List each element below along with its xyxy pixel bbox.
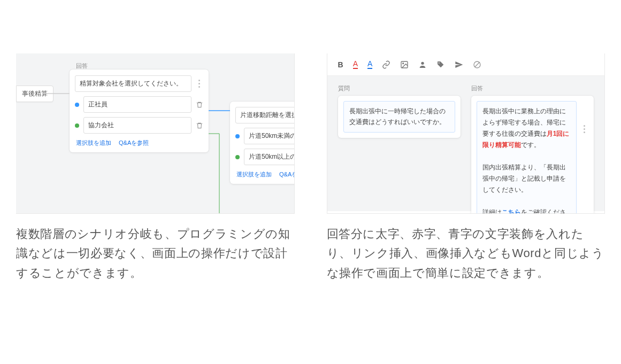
question-text[interactable]: 長期出張中に一時帰宅した場合の交通費はどうすればいいですか。 <box>343 101 455 133</box>
answer-panel: 長期出張中に業務上の理由によらず帰宅する場合、帰宅に要する往復の交通費は月1回に… <box>471 96 594 214</box>
tag-node: 事後精算 <box>16 86 53 102</box>
option-input[interactable]: 協力会社 <box>83 117 191 134</box>
answer-line3a: 詳細は <box>482 208 502 214</box>
right-caption: 回答分に太字、赤字、青字の文字装飾を入れたり、リンク挿入、画像挿入などもWord… <box>327 224 605 283</box>
trash-icon[interactable] <box>196 122 203 129</box>
more-icon[interactable] <box>580 122 588 135</box>
qa-ref-link[interactable]: Q&Aを参照 <box>119 139 149 147</box>
link-icon[interactable] <box>382 60 390 69</box>
option-row: 片道50km以上の移動 <box>235 149 295 165</box>
svg-line-7 <box>475 62 480 67</box>
svg-point-4 <box>421 61 424 64</box>
option-input[interactable]: 正社員 <box>83 96 191 113</box>
tag-label: 事後精算 <box>22 90 48 97</box>
trash-icon[interactable] <box>196 101 203 109</box>
option-row: 協力会社 <box>75 117 203 134</box>
person-icon[interactable] <box>418 60 427 69</box>
red-text-button[interactable]: A <box>353 60 358 69</box>
tag-icon[interactable] <box>436 60 445 69</box>
prompt-input[interactable]: 片道移動距離を選択してくださ <box>235 107 295 123</box>
qa-ref-link[interactable]: Q&Aを参照 <box>279 171 295 179</box>
send-icon[interactable] <box>455 60 463 69</box>
option-dot-green <box>75 123 79 128</box>
option-input[interactable]: 片道50km以上の移動 <box>244 149 295 165</box>
option-row: 片道50km未満の移動 <box>235 128 295 144</box>
question-panel-title: 質問 <box>338 84 461 92</box>
answer-text[interactable]: 長期出張中に業務上の理由によらず帰宅する場合、帰宅に要する往復の交通費は月1回に… <box>477 101 577 214</box>
flow-editor-screenshot: 事後精算 回答 精算対象会社を選択してください。 正社員 協力会社 <box>16 53 295 214</box>
image-icon[interactable] <box>400 60 409 69</box>
blue-text-button[interactable]: A <box>367 60 372 69</box>
left-caption: 複数階層のシナリオ分岐も、プログラミングの知識などは一切必要なく、画面上の操作だ… <box>16 224 295 283</box>
node-title: 回答 <box>75 62 203 70</box>
connector-green <box>209 128 230 214</box>
block-icon[interactable] <box>473 60 481 69</box>
option-dot-green <box>235 155 240 159</box>
connector-blue <box>209 108 230 113</box>
editor-toolbar: B A A <box>327 53 605 76</box>
add-option-link[interactable]: 選択肢を追加 <box>76 139 111 147</box>
answer-post1: です。 <box>521 141 540 149</box>
answer-line2: 国内出張精算より、「長期出張中の帰宅」と記載し申請をしてください。 <box>482 164 566 193</box>
answer-panel-title: 回答 <box>471 84 594 92</box>
bold-button[interactable]: B <box>338 60 343 69</box>
flow-node-employee-type: 回答 精算対象会社を選択してください。 正社員 協力会社 選択肢を追加 <box>70 69 209 152</box>
option-input[interactable]: 片道50km未満の移動 <box>244 128 295 144</box>
flow-node-distance: 片道移動距離を選択してくださ 片道50km未満の移動 片道50km以上の移動 選… <box>230 102 295 184</box>
more-icon[interactable] <box>195 78 203 90</box>
option-dot-blue <box>235 134 240 138</box>
option-dot-blue <box>75 103 79 107</box>
option-row: 正社員 <box>75 96 203 113</box>
svg-point-5 <box>439 62 440 63</box>
prompt-input[interactable]: 精算対象会社を選択してください。 <box>75 75 191 92</box>
add-option-link[interactable]: 選択肢を追加 <box>236 171 272 179</box>
svg-point-3 <box>403 63 404 64</box>
answer-link[interactable]: こちら <box>502 208 521 214</box>
text-editor-screenshot: B A A 質問 長期出張中に一時帰宅した場合の交通費はどうすればいいですか。 <box>327 53 605 214</box>
question-panel: 長期出張中に一時帰宅した場合の交通費はどうすればいいですか。 <box>338 96 461 138</box>
